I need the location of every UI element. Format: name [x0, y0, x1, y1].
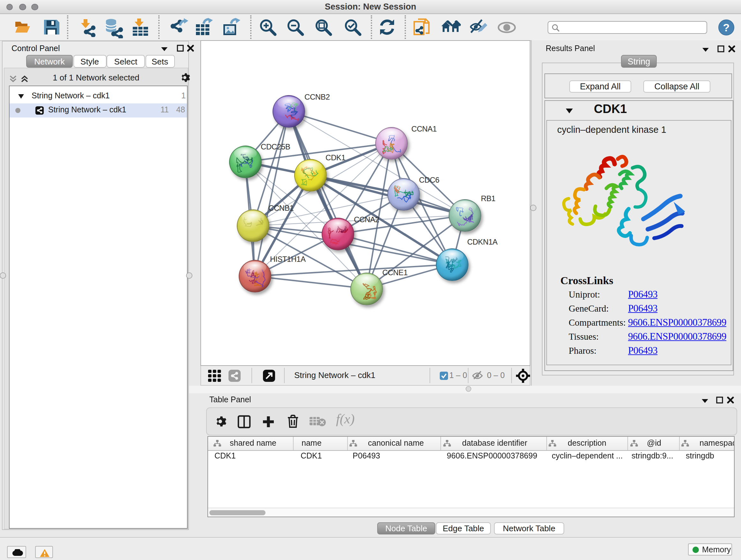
svg-text:?: ? — [723, 21, 730, 34]
